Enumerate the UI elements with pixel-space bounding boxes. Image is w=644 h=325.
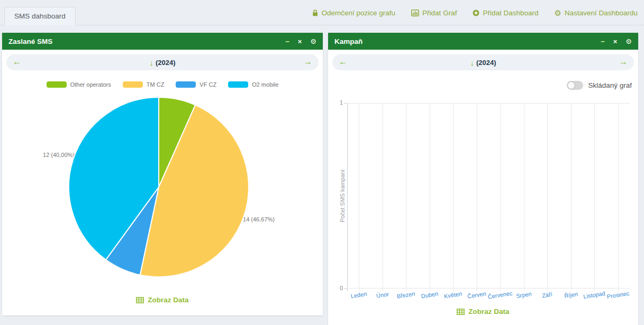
gridline bbox=[547, 103, 548, 291]
gridline bbox=[430, 103, 430, 291]
x-tick-label-listopad: Listopad bbox=[583, 290, 606, 300]
panel-settings-icon[interactable]: ⚙ bbox=[310, 38, 316, 45]
x-tick-label-říjen: Říjen bbox=[564, 291, 578, 299]
x-tick-label-září: Září bbox=[542, 291, 553, 299]
pie-legend: Other operatorsTM CZVF CZO2 mobile bbox=[2, 80, 323, 89]
panel-settings-icon[interactable]: ⚙ bbox=[625, 38, 632, 45]
panel-title: Kampaň bbox=[334, 38, 601, 45]
panel-header: Zaslané SMS − × ⚙ bbox=[2, 33, 323, 50]
legend-swatch bbox=[228, 81, 248, 88]
show-data-label: Zobraz Data bbox=[148, 296, 188, 304]
x-tick-label-červenec: Červenec bbox=[487, 290, 513, 300]
show-data-label: Zobraz Data bbox=[468, 308, 509, 315]
action-add-dashboard[interactable]: Přidat Dashboard bbox=[473, 9, 538, 17]
action-label: Nastavení Dashboardu bbox=[565, 9, 638, 17]
next-year-arrow-icon[interactable]: → bbox=[619, 57, 628, 68]
legend-item-o2-mobile[interactable]: O2 mobile bbox=[228, 81, 278, 88]
legend-label: VF CZ bbox=[199, 81, 216, 88]
y-tick-mark bbox=[344, 289, 347, 289]
year-selector[interactable]: ↓ (2024) bbox=[470, 58, 496, 67]
legend-swatch bbox=[47, 81, 67, 88]
y-tick-mark bbox=[344, 103, 347, 104]
tab-label: SMS dahsboard bbox=[14, 12, 66, 20]
x-tick-label-duben: Duben bbox=[421, 291, 439, 300]
panel-header: Kampaň − × ⚙ bbox=[328, 33, 638, 50]
x-tick-label-červen: Červen bbox=[467, 290, 486, 299]
action-label: Přidat Graf bbox=[422, 9, 457, 17]
gridline bbox=[477, 103, 477, 291]
x-tick-label-květen: Květen bbox=[443, 290, 462, 299]
show-data-button[interactable]: Zobraz Data bbox=[2, 296, 323, 304]
x-tick-label-prosinec: Prosinec bbox=[606, 290, 630, 300]
action-label: Přidat Dashboard bbox=[483, 9, 538, 17]
gear-icon: ⚙ bbox=[554, 9, 561, 17]
x-tick-label-březen: Březen bbox=[396, 290, 415, 299]
legend-item-other-operators[interactable]: Other operators bbox=[47, 81, 111, 88]
action-add-graph[interactable]: Přidat Graf bbox=[411, 9, 457, 17]
close-icon[interactable]: × bbox=[298, 38, 302, 45]
gridline bbox=[618, 103, 619, 291]
year-label: (2024) bbox=[156, 59, 176, 67]
gridline bbox=[524, 103, 524, 291]
prev-year-arrow-icon[interactable]: ← bbox=[13, 57, 21, 68]
bar-chart-icon bbox=[411, 10, 419, 16]
dashboard-area: Zaslané SMS − × ⚙ ← ↓ (2024) → Other ope… bbox=[0, 25, 644, 325]
gridline bbox=[571, 103, 572, 291]
year-dropdown-icon: ↓ bbox=[149, 58, 153, 67]
toggle-label: Skládaný graf bbox=[588, 81, 632, 89]
action-unlock-graph-position[interactable]: Odemčení pozice grafu bbox=[312, 9, 396, 17]
plot-area bbox=[347, 103, 630, 289]
window-controls: − × ⚙ bbox=[601, 38, 632, 45]
tab-sms-dashboard[interactable]: SMS dahsboard bbox=[4, 7, 76, 25]
action-label: Odemčení pozice grafu bbox=[322, 9, 396, 17]
legend-item-vf-cz[interactable]: VF CZ bbox=[176, 81, 216, 88]
plus-circle-icon bbox=[473, 10, 479, 16]
legend-label: Other operators bbox=[70, 81, 111, 88]
legend-label: O2 mobile bbox=[252, 81, 278, 88]
x-tick-label-leden: Leden bbox=[350, 291, 367, 300]
prev-year-arrow-icon[interactable]: ← bbox=[339, 57, 347, 68]
legend-item-tm-cz[interactable]: TM CZ bbox=[123, 81, 165, 88]
pie-chart: 14 (46,67%)12 (40,00%) bbox=[2, 93, 323, 281]
gridline bbox=[383, 103, 383, 291]
next-year-arrow-icon[interactable]: → bbox=[304, 57, 312, 68]
action-dashboard-settings[interactable]: ⚙Nastavení Dashboardu bbox=[554, 9, 638, 17]
minimize-icon[interactable]: − bbox=[601, 38, 605, 45]
legend-swatch bbox=[123, 81, 143, 88]
top-tab-bar: SMS dahsboard Odemčení pozice grafuPřida… bbox=[0, 0, 644, 25]
x-tick-label-únor: Únor bbox=[376, 291, 389, 299]
year-label: (2024) bbox=[476, 59, 496, 67]
lock-icon bbox=[312, 10, 319, 16]
minimize-icon[interactable]: − bbox=[285, 38, 289, 45]
year-navigator: ← ↓ (2024) → bbox=[6, 54, 319, 70]
toggle-knob bbox=[568, 82, 575, 89]
legend-label: TM CZ bbox=[147, 81, 165, 88]
gridline bbox=[359, 103, 359, 291]
window-controls: − × ⚙ bbox=[285, 38, 316, 45]
x-tick-label-srpen: Srpen bbox=[515, 291, 532, 299]
y-tick-label: 0 bbox=[328, 285, 343, 291]
panel-kampan: Kampaň − × ⚙ ← ↓ (2024) → Skládaný graf … bbox=[328, 33, 638, 325]
year-navigator: ← ↓ (2024) → bbox=[332, 54, 634, 70]
year-selector[interactable]: ↓ (2024) bbox=[149, 58, 175, 67]
bar-chart: Počet SMS kampani LedenÚnorBřezenDubenKv… bbox=[328, 92, 638, 304]
stacked-graph-toggle-row: Skládaný graf bbox=[328, 79, 632, 92]
table-icon bbox=[457, 309, 465, 315]
panel-title: Zaslané SMS bbox=[8, 38, 285, 45]
panel-zaslane-sms: Zaslané SMS − × ⚙ ← ↓ (2024) → Other ope… bbox=[2, 33, 323, 315]
year-dropdown-icon: ↓ bbox=[470, 58, 474, 67]
gridline bbox=[500, 103, 501, 291]
gridline bbox=[406, 103, 406, 291]
table-icon bbox=[136, 297, 144, 303]
show-data-button[interactable]: Zobraz Data bbox=[328, 308, 638, 315]
close-icon[interactable]: × bbox=[613, 38, 618, 45]
legend-swatch bbox=[176, 81, 196, 88]
y-tick-label: 1 bbox=[328, 99, 343, 106]
y-axis-title: Počet SMS kampani bbox=[339, 170, 346, 222]
gridline bbox=[594, 103, 595, 291]
stacked-graph-toggle[interactable] bbox=[567, 81, 583, 90]
topbar-actions: Odemčení pozice grafuPřidat GrafPřidat D… bbox=[312, 0, 638, 25]
gridline bbox=[453, 103, 453, 291]
